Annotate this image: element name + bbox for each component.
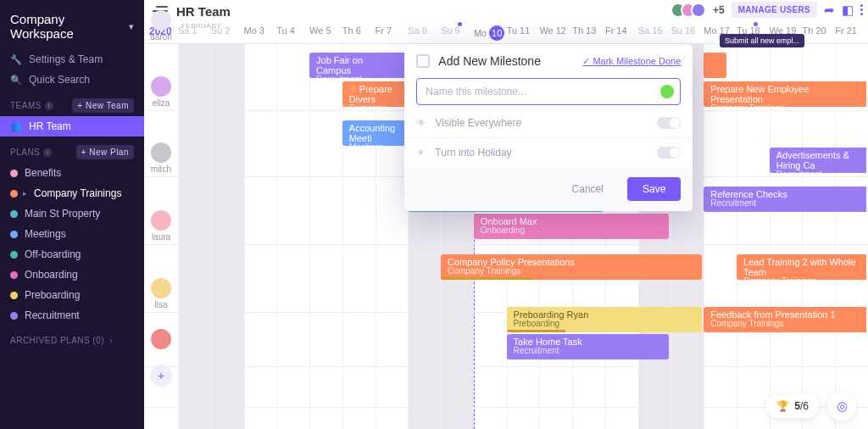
plans-section-header: PLANSi + New Plan	[0, 136, 144, 163]
mark-done-link[interactable]: Mark Milestone Done	[582, 56, 681, 67]
locate-button[interactable]: ◎	[827, 392, 856, 421]
archived-label: ARCHIVED PLANS (0)	[10, 336, 104, 345]
chevron-right-icon: ▸	[23, 189, 27, 198]
info-icon[interactable]: i	[45, 102, 53, 110]
toggle[interactable]	[657, 147, 681, 159]
plan-color-dot	[10, 251, 18, 259]
score-value: 5	[794, 400, 800, 412]
plan-label: Off-boarding	[25, 248, 81, 260]
cancel-button[interactable]: Cancel	[557, 177, 619, 201]
turn-into-holiday-option[interactable]: ☀ Turn into Holiday	[404, 138, 693, 167]
plan-color-dot	[10, 210, 18, 218]
add-milestone-popover: Add New Milestone Mark Milestone Done 👁 …	[404, 44, 693, 211]
archived-plans[interactable]: ARCHIVED PLANS (0) ›	[0, 326, 144, 355]
person[interactable]: aaron	[144, 10, 178, 42]
person[interactable]: eliza	[144, 76, 178, 108]
eye-icon: 👁	[416, 117, 428, 129]
plan-label: Preboarding	[25, 289, 80, 301]
team-item-hr[interactable]: 👥 HR Team	[0, 116, 144, 136]
settings-team-link[interactable]: 🔧 Settings & Team	[0, 49, 144, 70]
plan-label: Benefits	[25, 167, 61, 179]
main-area: HR Team +5 MANAGE USERS ➦ ◧ 2020 FEBRUAR…	[144, 0, 868, 429]
plan-item[interactable]: Recruitment	[0, 305, 144, 326]
plan-label: Recruitment	[25, 309, 80, 321]
sun-icon: ☀	[416, 147, 428, 159]
person[interactable]	[144, 329, 178, 349]
search-icon: 🔍	[10, 75, 22, 86]
person[interactable]: laura	[144, 210, 178, 242]
person-name: aaron	[144, 32, 178, 42]
chevron-down-icon: ▾	[129, 21, 134, 32]
score-total: /6	[800, 400, 809, 412]
color-picker[interactable]	[660, 85, 674, 98]
person-name: eliza	[144, 98, 178, 108]
avatar	[151, 76, 171, 97]
plan-color-dot	[10, 231, 18, 238]
quick-search[interactable]: 🔍 Quick Search	[0, 70, 144, 90]
plan-item[interactable]: Meetings	[0, 224, 144, 244]
option-label: Turn into Holiday	[435, 147, 511, 159]
plan-label: Company Trainings	[34, 187, 121, 199]
plan-label: Onboarding	[25, 269, 78, 281]
milestone-checkbox[interactable]	[416, 54, 430, 68]
teams-section-header: TEAMSi + New Team	[0, 90, 144, 116]
team-label: HR Team	[29, 120, 71, 132]
plan-color-dot	[10, 271, 18, 279]
teams-label: TEAMS	[10, 101, 42, 110]
milestone-name-input[interactable]	[416, 78, 681, 105]
plan-color-dot	[10, 292, 18, 299]
new-plan-button[interactable]: + New Plan	[76, 145, 134, 159]
avatar	[151, 210, 171, 231]
workspace-name: Company Workspace	[10, 12, 129, 41]
new-team-button[interactable]: + New Team	[72, 98, 134, 113]
person[interactable]: lisa	[144, 278, 178, 309]
person[interactable]: mitch	[144, 142, 178, 174]
plan-color-dot	[10, 190, 18, 198]
person-name: laura	[144, 232, 178, 242]
plan-item[interactable]: Benefits	[0, 163, 144, 183]
milestone-tooltip: Submit all new empl...	[720, 34, 804, 47]
search-label: Quick Search	[29, 74, 90, 86]
avatar	[151, 10, 171, 31]
plan-color-dot	[10, 312, 18, 320]
avatar	[151, 329, 171, 349]
sidebar: Company Workspace ▾ 🔧 Settings & Team 🔍 …	[0, 0, 144, 429]
trophy-icon: 🏆	[776, 400, 789, 412]
plan-color-dot	[10, 170, 18, 177]
plan-item[interactable]: Onboarding	[0, 265, 144, 285]
person-name: mitch	[144, 164, 178, 174]
workspace-switcher[interactable]: Company Workspace ▾	[0, 7, 144, 49]
plan-item[interactable]: Preboarding	[0, 285, 144, 305]
wrench-icon: 🔧	[10, 54, 22, 65]
avatar	[151, 142, 171, 163]
plan-item[interactable]: Off-boarding	[0, 244, 144, 265]
save-button[interactable]: Save	[627, 177, 681, 201]
visible-everywhere-option[interactable]: 👁 Visible Everywhere	[404, 109, 693, 137]
plan-label: Meetings	[25, 228, 66, 240]
score-pill[interactable]: 🏆 5/6	[766, 394, 819, 418]
info-icon[interactable]: i	[43, 148, 52, 157]
task-bar[interactable]	[704, 53, 726, 78]
plan-item[interactable]: Main St Property	[0, 203, 144, 224]
person-name: lisa	[144, 300, 178, 309]
option-label: Visible Everywhere	[435, 117, 521, 129]
plans-label: PLANS	[10, 148, 40, 157]
people-column: aaronelizamitchlauralisa+	[144, 0, 178, 429]
popover-title: Add New Milestone	[438, 54, 574, 68]
settings-label: Settings & Team	[29, 53, 103, 65]
footer-widgets: 🏆 5/6 ◎	[766, 392, 856, 421]
avatar	[151, 278, 171, 298]
plan-item[interactable]: ▸Company Trainings	[0, 183, 144, 203]
chevron-right-icon: ›	[109, 336, 113, 345]
toggle[interactable]	[657, 117, 681, 129]
people-icon: 👥	[10, 121, 22, 132]
add-person-button[interactable]: +	[150, 365, 172, 387]
plan-label: Main St Property	[25, 208, 100, 220]
